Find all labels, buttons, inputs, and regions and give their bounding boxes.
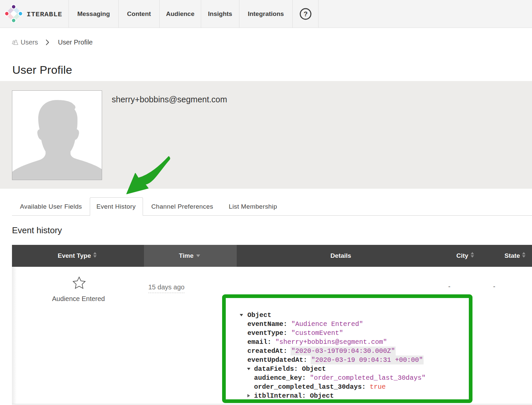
svg-text:?: ? [303,10,307,18]
